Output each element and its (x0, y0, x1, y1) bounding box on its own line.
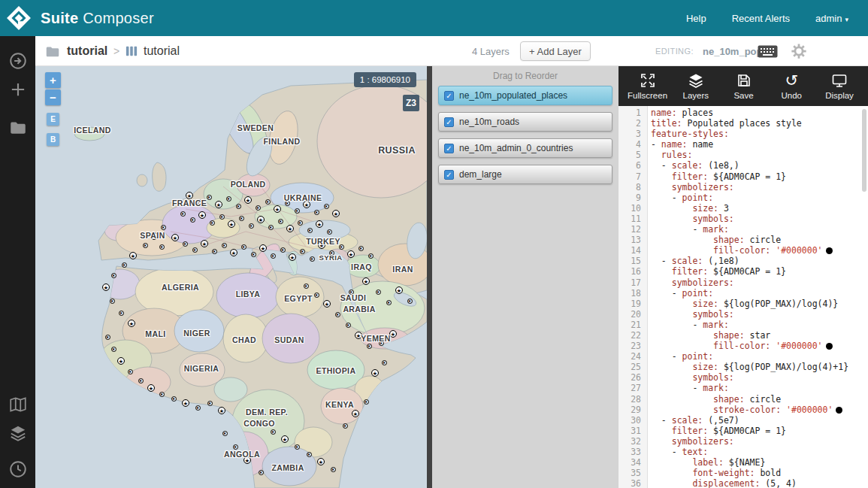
color-swatch[interactable] (826, 247, 833, 254)
place-marker (207, 401, 213, 406)
layers-panel: Drag to Reorder ✓ne_10m_populated_places… (432, 66, 618, 488)
code-line: 8 symbolizers: (618, 182, 868, 192)
place-marker (259, 470, 264, 475)
place-marker (281, 435, 289, 443)
user-menu[interactable]: admin▾ (815, 13, 848, 24)
yaml-code-editor[interactable]: 1name: places2title: Populated places st… (618, 106, 868, 488)
place-marker (259, 420, 264, 426)
layer-row[interactable]: ✓dem_large (438, 165, 612, 184)
open-project-button[interactable] (8, 51, 28, 71)
place-marker (257, 216, 265, 223)
place-marker (323, 300, 331, 308)
editor-layers-button[interactable]: Layers (676, 72, 715, 100)
basemap (35, 66, 427, 488)
gear-icon (791, 43, 807, 59)
recent-alerts-link[interactable]: Recent Alerts (732, 13, 790, 24)
drag-to-reorder-label: Drag to Reorder (432, 66, 618, 86)
place-marker (316, 220, 323, 228)
place-marker (303, 201, 310, 208)
place-marker (349, 289, 354, 295)
map-canvas[interactable]: ICELANDSWEDENFINLANDRUSSIAPOLANDUKRAINEF… (35, 66, 427, 488)
breadcrumb-map[interactable]: tutorial (144, 36, 180, 66)
layer-row[interactable]: ✓ne_10m_roads (438, 112, 612, 132)
code-line: 28 shape: circle (618, 394, 868, 405)
layer-visibility-checkbox[interactable]: ✓ (444, 91, 454, 101)
display-button[interactable]: Display (820, 72, 859, 100)
layers-button[interactable] (8, 423, 28, 443)
code-line: 4- name: name (618, 139, 868, 150)
save-button[interactable]: Save (724, 72, 764, 100)
place-marker (352, 410, 359, 417)
code-line: 22 shape: star (618, 330, 868, 341)
place-marker (117, 357, 125, 365)
panel-splitter[interactable] (427, 66, 432, 488)
new-item-button[interactable] (8, 80, 28, 99)
projects-button[interactable] (8, 117, 28, 137)
place-marker (265, 199, 271, 205)
settings-button[interactable] (791, 36, 807, 66)
scale-badge: 1 : 69806910 (354, 72, 416, 87)
place-marker (286, 225, 294, 232)
place-marker (295, 208, 300, 214)
place-marker (271, 253, 276, 259)
place-marker (347, 250, 355, 258)
place-marker (230, 249, 237, 256)
layer-name: ne_10m_admin_0_countries (459, 143, 573, 153)
breadcrumb-project[interactable]: tutorial (67, 36, 107, 66)
code-line: 17 symbolizers: (618, 277, 868, 288)
fullscreen-button[interactable]: Fullscreen (628, 72, 667, 100)
code-line: 31 filter: ${ADM0CAP = 1} (618, 426, 868, 436)
map-b-button[interactable]: B (47, 133, 59, 146)
code-line: 20 symbols: (618, 309, 868, 320)
zoom-in-button[interactable]: + (45, 72, 61, 88)
layer-row[interactable]: ✓ne_10m_populated_places (438, 86, 612, 105)
place-marker (249, 223, 254, 229)
map-e-button[interactable]: E (47, 113, 59, 126)
place-marker (289, 253, 296, 261)
place-marker (110, 299, 115, 304)
plus-icon (8, 80, 28, 99)
code-line: 14 fill-color: '#000000' (618, 245, 868, 256)
place-marker (364, 399, 369, 405)
place-marker (329, 250, 334, 256)
code-line: 7 filter: ${ADM0CAP = 1} (618, 171, 868, 182)
breadcrumb-bar: tutorial > tutorial 4 Layers + Add Layer… (35, 36, 868, 66)
code-line: 10 size: 3 (618, 203, 868, 214)
undo-button[interactable]: ↺ Undo (772, 72, 811, 100)
maps-button[interactable] (8, 395, 28, 414)
place-marker (395, 286, 403, 294)
place-marker (300, 249, 305, 254)
zoom-out-button[interactable]: − (45, 89, 61, 105)
place-marker (239, 216, 244, 221)
shortcuts-button[interactable] (758, 36, 778, 66)
place-marker (307, 452, 312, 457)
add-layer-button[interactable]: + Add Layer (520, 41, 591, 61)
place-marker (259, 244, 267, 252)
suite-composer-app: Suite Composer Help Recent Alerts admin▾ (0, 0, 868, 488)
map-columns-icon (126, 36, 138, 66)
place-marker (331, 467, 336, 472)
code-line: 32 symbolizers: (618, 436, 868, 447)
place-marker (119, 311, 124, 316)
place-marker (212, 249, 217, 254)
top-links: Help Recent Alerts admin▾ (686, 13, 868, 24)
editor-scrollbar[interactable] (862, 109, 866, 192)
map-icon (8, 395, 28, 414)
color-swatch[interactable] (836, 407, 842, 414)
layer-visibility-checkbox[interactable]: ✓ (444, 117, 454, 127)
place-marker (219, 214, 225, 220)
place-marker (233, 444, 238, 450)
layer-visibility-checkbox[interactable]: ✓ (444, 170, 454, 180)
code-line: 35 font-weight: bold (618, 468, 868, 478)
layers-stack-icon (688, 72, 704, 89)
help-link[interactable]: Help (686, 13, 706, 24)
clock-icon (8, 459, 28, 479)
breadcrumb-separator: > (113, 36, 119, 66)
place-marker (324, 204, 329, 209)
place-marker (186, 192, 193, 199)
history-button[interactable] (8, 459, 28, 479)
layer-visibility-checkbox[interactable]: ✓ (444, 144, 454, 153)
color-swatch[interactable] (826, 343, 833, 350)
code-line: 2title: Populated places style (618, 118, 868, 129)
layer-row[interactable]: ✓ne_10m_admin_0_countries (438, 138, 612, 158)
